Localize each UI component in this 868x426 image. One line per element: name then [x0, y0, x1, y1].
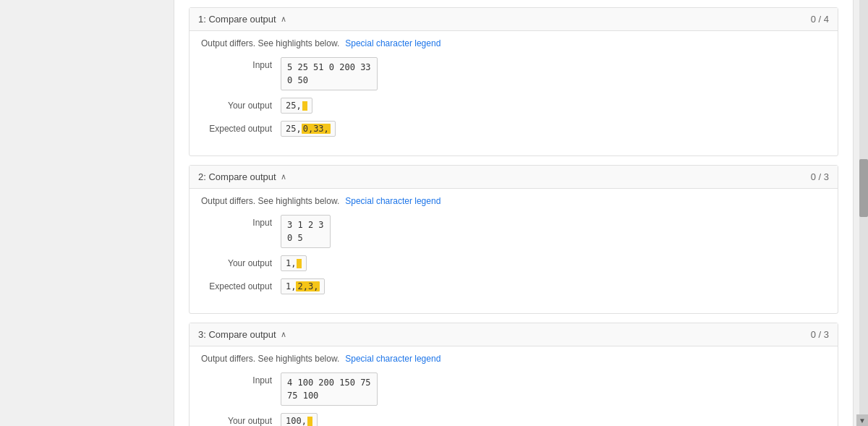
- scroll-arrow-down[interactable]: ▼: [856, 414, 868, 426]
- expected-output-row-2: Expected output1,2,3,: [201, 278, 826, 294]
- diff-notice-1: Output differs. See highlights below.Spe…: [201, 38, 826, 48]
- compare-score-2: 0 / 3: [811, 171, 829, 182]
- expected-output-row-1: Expected output25,0,33,: [201, 121, 826, 137]
- compare-section-1: 1: Compare output∧0 / 4Output differs. S…: [189, 7, 838, 156]
- compare-header-1[interactable]: 1: Compare output∧0 / 4: [190, 8, 838, 31]
- chevron-up-icon-3: ∧: [281, 330, 286, 339]
- your-output-row-3: Your output100,: [201, 413, 826, 426]
- your-output-label-3: Your output: [201, 413, 281, 426]
- cursor-1: [302, 101, 307, 111]
- your-output-box-3: 100,: [281, 413, 318, 426]
- your-output-prefix-1: 25,: [286, 101, 302, 111]
- input-label-2: Input: [201, 215, 281, 228]
- special-char-link-2[interactable]: Special character legend: [345, 196, 441, 206]
- chevron-up-icon-2: ∧: [281, 172, 286, 182]
- compare-score-3: 0 / 3: [811, 329, 829, 340]
- your-output-label-2: Your output: [201, 255, 281, 268]
- your-output-box-2: 1,: [281, 255, 307, 271]
- expected-output-highlight-2: 2,3,: [296, 281, 320, 291]
- cursor-3: [307, 417, 312, 426]
- expected-output-label-2: Expected output: [201, 278, 281, 291]
- special-char-link-1[interactable]: Special character legend: [345, 38, 441, 48]
- compare-body-1: Output differs. See highlights below.Spe…: [190, 31, 838, 156]
- diff-text-1: Output differs. See highlights below.: [201, 38, 339, 48]
- compare-section-3: 3: Compare output∧0 / 3Output differs. S…: [189, 323, 838, 426]
- page-wrapper: 1: Compare output∧0 / 4Output differs. S…: [0, 0, 868, 426]
- input-box-3: 4 100 200 150 75 75 100: [281, 372, 378, 406]
- diff-text-2: Output differs. See highlights below.: [201, 196, 339, 206]
- expected-output-label-1: Expected output: [201, 121, 281, 134]
- your-output-label-1: Your output: [201, 98, 281, 111]
- cursor-2: [297, 259, 302, 268]
- compare-title-1: 1: Compare output: [198, 14, 276, 25]
- compare-section-2: 2: Compare output∧0 / 3Output differs. S…: [189, 165, 838, 314]
- your-output-row-1: Your output25,: [201, 98, 826, 114]
- compare-header-3[interactable]: 3: Compare output∧0 / 3: [190, 323, 838, 346]
- diff-notice-3: Output differs. See highlights below.Spe…: [201, 354, 826, 364]
- compare-header-left-3: 3: Compare output∧: [198, 329, 286, 340]
- your-output-row-2: Your output1,: [201, 255, 826, 271]
- right-sidebar: ▼: [854, 0, 868, 426]
- expected-output-box-1: 25,0,33,: [281, 121, 336, 137]
- expected-output-box-2: 1,2,3,: [281, 278, 325, 294]
- expected-output-prefix-2: 1,: [286, 281, 296, 291]
- diff-notice-2: Output differs. See highlights below.Spe…: [201, 196, 826, 206]
- expected-output-highlight-1: 0,33,: [302, 124, 331, 134]
- expected-output-prefix-1: 25,: [286, 124, 302, 134]
- compare-title-3: 3: Compare output: [198, 329, 276, 340]
- input-row-1: Input5 25 51 0 200 33 0 50: [201, 57, 826, 90]
- compare-body-3: Output differs. See highlights below.Spe…: [190, 346, 838, 426]
- special-char-link-3[interactable]: Special character legend: [345, 354, 441, 364]
- input-box-1: 5 25 51 0 200 33 0 50: [281, 57, 378, 90]
- your-output-box-1: 25,: [281, 98, 312, 114]
- compare-header-left-2: 2: Compare output∧: [198, 171, 286, 182]
- your-output-prefix-3: 100,: [286, 416, 307, 426]
- scrollbar-track: [859, 0, 868, 426]
- compare-body-2: Output differs. See highlights below.Spe…: [190, 189, 838, 313]
- input-label-1: Input: [201, 57, 281, 70]
- input-row-3: Input4 100 200 150 75 75 100: [201, 372, 826, 406]
- compare-score-1: 0 / 4: [811, 14, 829, 25]
- input-label-3: Input: [201, 372, 281, 385]
- scrollbar-thumb[interactable]: [859, 159, 868, 217]
- your-output-prefix-2: 1,: [286, 258, 296, 268]
- main-content: 1: Compare output∧0 / 4Output differs. S…: [174, 0, 854, 426]
- compare-title-2: 2: Compare output: [198, 171, 276, 182]
- compare-header-2[interactable]: 2: Compare output∧0 / 3: [190, 166, 838, 189]
- input-box-2: 3 1 2 3 0 5: [281, 215, 331, 248]
- compare-header-left-1: 1: Compare output∧: [198, 14, 286, 25]
- left-sidebar: [0, 0, 174, 426]
- chevron-up-icon-1: ∧: [281, 14, 286, 24]
- diff-text-3: Output differs. See highlights below.: [201, 354, 339, 364]
- input-row-2: Input3 1 2 3 0 5: [201, 215, 826, 248]
